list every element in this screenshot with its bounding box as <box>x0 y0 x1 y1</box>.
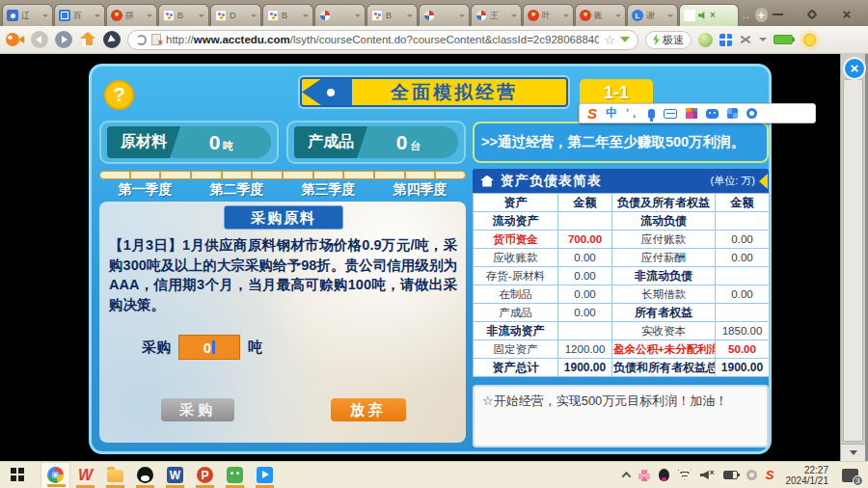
windows-logo-icon <box>11 468 25 482</box>
browser-tab[interactable]: B <box>262 4 313 26</box>
taskbar-app-word[interactable]: W <box>160 462 190 488</box>
page-scrollbar[interactable] <box>840 54 865 461</box>
scissors-icon[interactable] <box>739 34 752 45</box>
browser-tab[interactable] <box>314 4 366 26</box>
browser-tab[interactable] <box>419 4 470 26</box>
taskbar-app-explorer[interactable] <box>100 462 130 488</box>
apps-grid-icon[interactable] <box>719 34 732 46</box>
scrollbar-down-button[interactable] <box>841 444 865 461</box>
chevron-down-icon[interactable] <box>407 14 413 17</box>
browser-tab[interactable]: L谢 <box>627 4 678 26</box>
taskbar-app-wechat[interactable] <box>220 462 250 488</box>
sogou-logo-icon[interactable]: S <box>587 106 597 121</box>
browser-tab[interactable]: D <box>210 4 261 26</box>
bs-header-cell: 资产 <box>474 194 558 212</box>
battery-saver-icon[interactable] <box>773 35 793 44</box>
chevron-down-icon[interactable] <box>667 14 673 17</box>
url-text[interactable]: http://www.acctedu.com/lsyth/courseConte… <box>166 34 599 45</box>
toolbox-grid-icon[interactable] <box>727 108 738 119</box>
cancel-purchase-button[interactable]: 放弃 <box>331 398 406 421</box>
speed-mode-badge[interactable]: 极速 <box>645 31 692 49</box>
punctuation-icon[interactable]: ’， <box>626 106 639 121</box>
chevron-down-icon[interactable] <box>511 14 517 17</box>
bs-header-cell: 金额 <box>558 194 612 212</box>
taskbar-app-video-player[interactable] <box>250 462 280 488</box>
chinese-mode-icon[interactable]: 中 <box>606 105 617 122</box>
microphone-icon[interactable] <box>648 109 655 119</box>
taskbar-app-qq[interactable] <box>130 462 160 488</box>
browser-tab[interactable]: 百 <box>54 4 105 26</box>
chevron-down-icon[interactable] <box>459 14 465 17</box>
back-button[interactable] <box>31 31 48 48</box>
ime-toolbar[interactable]: S 中 ’， <box>579 103 816 123</box>
tray-flower-icon[interactable] <box>638 470 650 481</box>
bs-cell: 长期借款 <box>612 285 716 304</box>
bs-cell: 盈余公积+未分配利润 <box>612 340 716 359</box>
skin-paw-icon[interactable] <box>686 108 697 119</box>
wifi-icon[interactable] <box>678 470 692 480</box>
bookmark-star-icon[interactable]: ☆ <box>604 34 615 46</box>
taskbar-app-powerpoint[interactable]: P <box>190 462 220 488</box>
chevron-down-icon[interactable] <box>42 14 48 17</box>
pointer-button[interactable] <box>103 31 121 48</box>
speed-mode-label: 极速 <box>663 33 684 47</box>
close-icon: × <box>843 8 852 21</box>
notification-center[interactable]: 3 <box>842 469 858 482</box>
tools-caret-icon[interactable] <box>759 38 767 41</box>
home-button[interactable] <box>79 32 96 47</box>
tab-overflow-dots[interactable]: .. <box>743 10 750 20</box>
clock[interactable]: 22:27 2024/1/21 <box>786 465 829 486</box>
scrollbar-thumb[interactable] <box>843 79 863 442</box>
taskbar-app-wps[interactable]: W <box>70 462 100 488</box>
chevron-down-icon[interactable] <box>199 14 204 17</box>
keyboard-icon[interactable] <box>664 109 677 119</box>
dropdown-caret-icon[interactable] <box>620 37 630 42</box>
browser-tab-active[interactable]: × <box>679 4 739 26</box>
ime-settings-icon[interactable] <box>746 108 757 119</box>
month-segment <box>192 172 223 178</box>
month-segment <box>100 172 131 178</box>
new-tab-button[interactable]: + <box>755 8 768 22</box>
plugin-ball-icon[interactable] <box>698 33 713 47</box>
forward-button[interactable] <box>55 31 72 48</box>
chevron-down-icon[interactable] <box>251 14 257 17</box>
battery-icon[interactable] <box>723 471 738 479</box>
taskbar-app-browser[interactable] <box>41 462 70 488</box>
chevron-down-icon[interactable] <box>355 14 361 17</box>
bs-cell: 应付薪酬 <box>612 249 716 267</box>
browser-tab[interactable]: B <box>366 4 418 26</box>
chevron-down-icon[interactable] <box>147 14 152 17</box>
browser-tab[interactable]: 王 <box>471 4 522 26</box>
restore-button[interactable] <box>802 7 822 22</box>
browser-tab[interactable]: 叶 <box>523 4 574 26</box>
chevron-down-icon[interactable] <box>95 14 100 17</box>
sogou-tray-icon[interactable]: S <box>766 468 774 482</box>
tray-qq-icon[interactable] <box>659 469 669 481</box>
browser-logo-icon[interactable] <box>6 32 24 47</box>
brightness-icon[interactable] <box>803 34 816 46</box>
browser-tab[interactable]: 拼 <box>106 4 157 26</box>
confirm-purchase-button[interactable]: 采购 <box>161 398 234 421</box>
refresh-icon[interactable] <box>136 35 147 45</box>
close-panel-button[interactable]: × <box>843 57 866 80</box>
address-bar[interactable]: × http://www.acctedu.com/lsyth/courseCon… <box>127 30 638 50</box>
purchase-quantity-input[interactable]: 0 <box>178 335 240 360</box>
browser-tab[interactable]: 账 <box>575 4 626 26</box>
browser-tab[interactable]: 辽 <box>2 4 53 26</box>
tray-settings-icon[interactable] <box>746 470 757 480</box>
volume-muted-icon[interactable]: × <box>700 470 715 480</box>
chevron-down-icon[interactable] <box>615 14 621 17</box>
browser-tab[interactable]: B <box>158 4 209 26</box>
close-window-button[interactable]: × <box>837 7 856 22</box>
minimize-button[interactable] <box>768 7 787 22</box>
start-button[interactable] <box>0 462 35 488</box>
close-tab-icon[interactable]: × <box>710 11 716 20</box>
tray-expand-icon[interactable] <box>621 472 631 481</box>
collapse-triangle-icon[interactable] <box>759 174 768 189</box>
browser-icon <box>47 467 64 483</box>
bs-cell: 应付账款 <box>612 230 716 249</box>
chevron-down-icon[interactable] <box>563 14 569 17</box>
assistant-robot-icon[interactable] <box>706 109 719 119</box>
help-button[interactable]: ? <box>104 80 134 110</box>
chevron-down-icon[interactable] <box>303 14 309 17</box>
